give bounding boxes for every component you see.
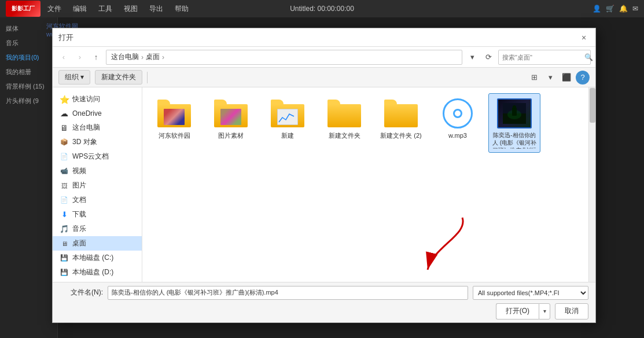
menu-export[interactable]: 导出 — [147, 3, 165, 15]
cancel-button[interactable]: 取消 — [555, 303, 588, 319]
panel-item-label-disk-d: 本地磁盘 (D:) — [72, 267, 113, 277]
panel-item-quick[interactable]: ⭐ 快速访问 — [53, 92, 142, 106]
panel-item-video[interactable]: 📹 视频 — [53, 164, 142, 178]
video-folder-icon: 📹 — [60, 167, 69, 176]
forward-button[interactable]: › — [73, 51, 86, 64]
toolbar-separator — [147, 72, 148, 83]
panel-item-onedrive[interactable]: ☁ OneDrive — [53, 106, 142, 120]
pictures-icon: 🖼 — [60, 181, 69, 190]
panel-item-disk-d[interactable]: 💾 本地磁盘 (D:) — [53, 265, 142, 280]
filetype-select[interactable]: All supported files(*.MP4;*.FI — [473, 286, 588, 300]
panel-item-thispc[interactable]: 🖥 这台电脑 — [53, 120, 142, 135]
search-input[interactable] — [502, 54, 582, 61]
quick-access-icon: ⭐ — [60, 95, 69, 104]
panel-item-label-wps: WPS云文档 — [72, 152, 109, 161]
scrollbar-thumb[interactable] — [590, 88, 595, 123]
search-icon: 🔍 — [584, 53, 593, 61]
breadcrumb-desktop: 桌面 — [146, 52, 160, 62]
file-icon-3 — [327, 97, 362, 129]
panel-item-label-music: 音乐 — [72, 224, 86, 234]
filename-label: 文件名(N): — [60, 288, 103, 297]
menu-help[interactable]: 帮助 — [172, 3, 191, 15]
file-item-3[interactable]: 新建文件夹 — [318, 93, 370, 153]
svg-point-4 — [513, 105, 516, 109]
file-item-0[interactable]: 河东软件园 — [148, 93, 200, 153]
panel-item-docs[interactable]: 📄 文档 — [53, 193, 142, 207]
file-item-5[interactable]: w.mp3 — [432, 93, 484, 153]
file-icon-6 — [497, 97, 532, 129]
app-logo: 影影工厂 — [6, 1, 41, 17]
menu-edit[interactable]: 编辑 — [71, 3, 89, 15]
account-icon[interactable]: 👤 — [593, 5, 601, 13]
folder-body-1 — [214, 104, 248, 127]
breadcrumb[interactable]: 这台电脑 › 桌面 › — [106, 50, 462, 65]
panel-item-wps[interactable]: 📄 WPS云文档 — [53, 149, 142, 164]
file-grid: 河东软件园 图片素材 — [142, 87, 588, 282]
panel-item-label-disk-c: 本地磁盘 (C:) — [72, 253, 113, 263]
bell-icon[interactable]: 🔔 — [619, 5, 628, 13]
menu-file[interactable]: 文件 — [45, 3, 64, 15]
panel-item-pictures[interactable]: 🖼 图片 — [53, 178, 142, 193]
panel-item-music[interactable]: 🎵 音乐 — [53, 222, 142, 236]
help-button[interactable]: ? — [576, 71, 590, 84]
menu-view[interactable]: 视图 — [122, 3, 140, 15]
new-folder-button[interactable]: 新建文件夹 — [95, 70, 142, 84]
wps-icon: 📄 — [60, 152, 69, 161]
file-item-1[interactable]: 图片素材 — [205, 93, 257, 153]
file-item-6[interactable]: 陈奕迅-相信你的人 (电影《银河补习班》推广曲)(标清).mp4 — [488, 93, 540, 153]
scrollbar[interactable] — [588, 87, 595, 282]
file-item-2[interactable]: 新建 — [262, 93, 314, 153]
onedrive-icon: ☁ — [60, 109, 69, 118]
app-menu: 文件 编辑 工具 视图 导出 帮助 — [45, 3, 191, 15]
folder-body-0 — [157, 104, 191, 127]
panel-item-3d[interactable]: 📦 3D 对象 — [53, 135, 142, 149]
view-grid-button[interactable]: ⊞ — [527, 71, 541, 84]
file-label-2: 新建 — [281, 131, 294, 139]
menu-tools[interactable]: 工具 — [96, 3, 115, 15]
panel-item-desktop[interactable]: 🖥 桌面 — [53, 236, 142, 251]
folder-body-3 — [327, 104, 361, 127]
organize-button[interactable]: 组织 ▾ — [58, 70, 90, 84]
dropdown-button[interactable]: ▾ — [466, 51, 479, 64]
video-content — [498, 100, 531, 127]
folder-preview-0 — [164, 109, 185, 125]
dialog-close-button[interactable]: × — [578, 32, 590, 43]
cart-icon[interactable]: 🛒 — [606, 5, 614, 13]
sidebar-bg[interactable]: 背景样例 (15) — [2, 80, 55, 93]
back-button[interactable]: ‹ — [57, 51, 70, 64]
mp3-shape — [443, 98, 473, 128]
file-label-0: 河东软件园 — [159, 131, 190, 139]
refresh-button[interactable]: ⟳ — [482, 51, 495, 64]
up-button[interactable]: ↑ — [90, 51, 102, 64]
file-icon-2 — [270, 97, 305, 129]
file-icon-1 — [214, 97, 248, 129]
folder-preview-1 — [220, 109, 241, 125]
search-box[interactable]: 🔍 — [498, 50, 591, 65]
view-list-button[interactable]: ⬛ — [560, 71, 573, 84]
panel-item-label-onedrive: OneDrive — [72, 109, 102, 117]
app-controls: 👤 🛒 🔔 ✉ — [593, 5, 638, 13]
file-label-1: 图片素材 — [218, 131, 244, 139]
3d-icon: 📦 — [60, 138, 69, 147]
sidebar-myproject[interactable]: 我的项目(0) — [2, 51, 55, 64]
panel-item-label-downloads: 下载 — [72, 210, 86, 219]
mail-icon[interactable]: ✉ — [632, 5, 638, 13]
filename-input[interactable] — [108, 286, 468, 300]
panel-item-disk-c[interactable]: 💾 本地磁盘 (C:) — [53, 251, 142, 265]
sidebar-photo[interactable]: 我的相册 — [2, 65, 55, 79]
toolbar: 组织 ▾ 新建文件夹 ⊞ ▾ ⬛ ? — [53, 68, 595, 87]
folder-body-4 — [384, 104, 418, 127]
app-titlebar: 影影工厂 文件 编辑 工具 视图 导出 帮助 Untitled: 00:00:0… — [0, 0, 644, 17]
sidebar-header[interactable]: 片头样例 (9 — [2, 94, 55, 108]
view-controls: ⊞ ▾ ⬛ ? — [527, 71, 590, 84]
downloads-icon: ⬇ — [60, 210, 69, 219]
folder-shape-2 — [271, 100, 304, 127]
panel-item-downloads[interactable]: ⬇ 下载 — [53, 207, 142, 222]
view-dropdown-button[interactable]: ▾ — [543, 71, 557, 84]
panel-item-label-quick: 快速访问 — [72, 94, 100, 104]
open-dropdown-button[interactable]: ▾ — [539, 303, 550, 319]
open-button[interactable]: 打开(O) — [496, 303, 539, 319]
sidebar-audio[interactable]: 音乐 — [2, 36, 55, 50]
left-panel: ⭐ 快速访问 ☁ OneDrive 🖥 这台电脑 📦 3D 对象 📄 WPS云文… — [53, 87, 142, 282]
file-item-4[interactable]: 新建文件夹 (2) — [375, 93, 427, 153]
